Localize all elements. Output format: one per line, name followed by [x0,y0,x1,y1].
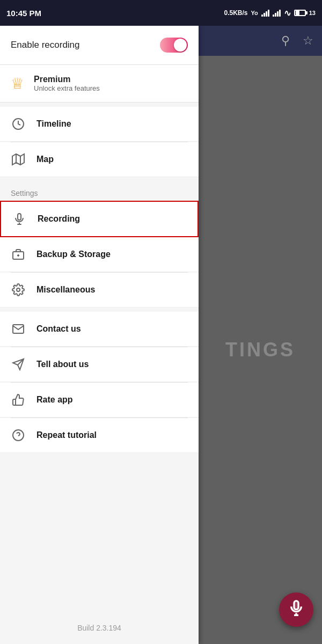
settings-section-label: Settings [0,181,199,201]
enable-recording-toggle[interactable] [160,38,188,53]
backup-label: Backup & Storage [36,250,111,259]
main-layout: Enable recording ♕ Premium Unlock extra … [0,26,322,644]
map-label: Map [36,155,54,164]
settings-watermark: TINGS [225,339,295,361]
signal-bars-1 [261,9,269,17]
gap-1 [0,103,199,107]
premium-subtitle: Unlock extra features [34,84,100,92]
svg-point-12 [17,288,20,291]
crown-icon: ♕ [11,75,24,92]
microphone-icon [12,211,27,226]
status-icons: 0.5KB/s Yo ∿ 13 [224,8,316,18]
fab-mic-icon [288,599,305,620]
gap-4 [0,453,199,457]
rate-label: Rate app [36,395,73,405]
sidebar-item-tutorial[interactable]: Repeat tutorial [0,418,199,453]
sidebar-item-rate[interactable]: Rate app [0,383,199,418]
sim-indicator: Yo [251,10,258,16]
toggle-knob [174,39,187,52]
signal-bars-2 [273,9,281,17]
gap-3 [0,308,199,312]
build-text: Build 2.3.194 [77,624,121,632]
map-icon [11,152,26,167]
sidebar-item-contact[interactable]: Contact us [0,312,199,347]
send-icon [11,357,26,372]
sidebar-item-timeline[interactable]: Timeline [0,107,199,142]
recording-label: Recording [38,214,80,224]
help-icon [11,428,26,443]
sidebar: Enable recording ♕ Premium Unlock extra … [0,26,199,644]
clock-icon [11,116,26,131]
sidebar-item-recording[interactable]: Recording [0,201,199,237]
wifi-icon: ∿ [284,8,291,18]
star-icon[interactable]: ☆ [303,34,313,48]
fab-mic-button[interactable] [279,592,313,627]
battery-level: 13 [309,10,316,16]
status-bar: 10:45 PM 0.5KB/s Yo ∿ 13 [0,0,322,26]
right-panel-header: ⚲ ☆ [199,26,322,56]
misc-label: Miscellaneous [36,285,95,295]
gap-2 [0,177,199,181]
svg-point-7 [17,224,18,225]
time-display: 10:45 PM [6,9,41,18]
svg-rect-17 [294,601,298,609]
tutorial-label: Repeat tutorial [36,430,97,440]
right-panel-content: TINGS [199,56,322,644]
briefcase-icon [11,247,26,262]
premium-item[interactable]: ♕ Premium Unlock extra features [0,65,199,103]
svg-marker-1 [12,154,24,165]
sidebar-item-tell[interactable]: Tell about us [0,347,199,382]
speed-indicator: 0.5KB/s [224,9,247,17]
search-icon[interactable]: ⚲ [281,34,290,48]
svg-rect-4 [18,214,21,220]
enable-recording-label: Enable recording [11,40,80,50]
build-info: Build 2.3.194 [0,612,199,644]
right-panel: ⚲ ☆ TINGS [199,26,322,644]
enable-recording-row: Enable recording [0,26,199,65]
battery-icon [294,10,306,16]
contact-label: Contact us [36,324,81,334]
premium-title: Premium [34,75,100,84]
sidebar-item-map[interactable]: Map [0,142,199,177]
mail-icon [11,321,26,336]
sidebar-item-misc[interactable]: Miscellaneous [0,273,199,308]
premium-text: Premium Unlock extra features [34,75,100,92]
timeline-label: Timeline [36,119,71,129]
thumbsup-icon [11,392,26,407]
sidebar-item-backup[interactable]: Backup & Storage [0,237,199,272]
tell-label: Tell about us [36,360,89,369]
gear-icon [11,282,26,297]
svg-point-8 [20,224,21,225]
